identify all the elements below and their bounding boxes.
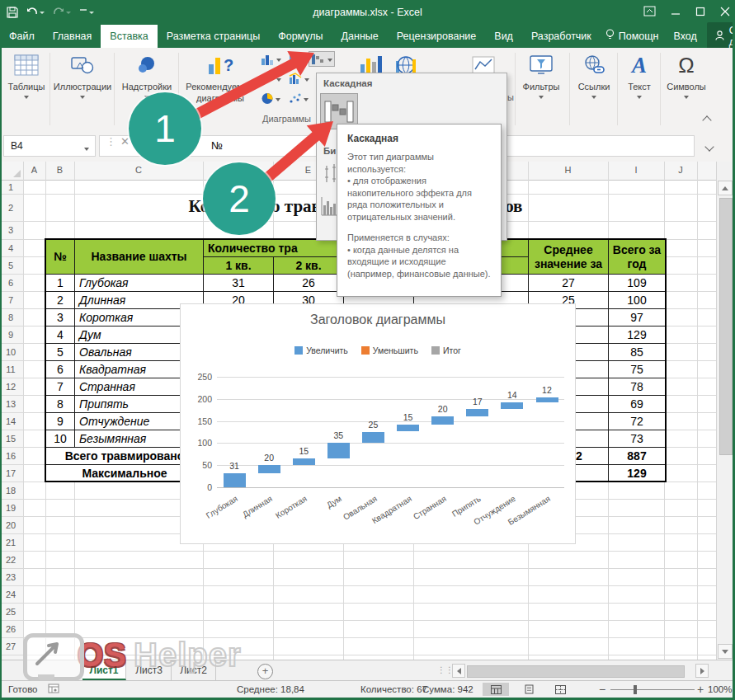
zoom-level[interactable]: 100% (708, 684, 732, 694)
close-button[interactable] (720, 5, 730, 20)
chart-legend[interactable]: УвеличитьУменьшитьИтог (181, 345, 575, 355)
row-header-19[interactable]: 19 (0, 503, 21, 513)
ribbon-tab-0[interactable]: Файл (0, 25, 44, 48)
table-header-num[interactable]: № (45, 239, 75, 275)
row-header-14[interactable]: 14 (0, 416, 21, 426)
addins-button[interactable]: Надстройки (116, 51, 177, 99)
row-header-6[interactable]: 6 (0, 278, 21, 288)
table-cell-n-row10[interactable]: 10 (45, 430, 75, 448)
ribbon-tab-3[interactable]: Разметка страницы (158, 25, 269, 48)
view-normal-button[interactable] (483, 683, 509, 696)
table-header-total[interactable]: Всего загод (608, 239, 666, 275)
zoom-out-button[interactable]: − (599, 683, 605, 696)
table-cell-avg-row1[interactable]: 27 (528, 274, 609, 292)
sign-in-button[interactable]: Вход (669, 25, 702, 48)
waterfall-chart-button[interactable] (309, 51, 335, 67)
table-cell-total-row2[interactable]: 100 (608, 291, 666, 309)
row-header-11[interactable]: 11 (0, 364, 21, 374)
embedded-chart[interactable]: Заголовок диаграммы УвеличитьУменьшитьИт… (180, 303, 576, 544)
chart-title[interactable]: Заголовок диаграммы (181, 312, 575, 327)
waterfall-bar-Овальная[interactable] (362, 432, 384, 443)
symbols-button[interactable]: Ω Символы (663, 51, 709, 99)
column-header-C[interactable]: C (74, 165, 203, 175)
row-header-13[interactable]: 13 (0, 399, 21, 409)
vertical-scrollbar[interactable] (716, 162, 733, 660)
table-cell-n-row9[interactable]: 9 (45, 412, 75, 430)
row-header-7[interactable]: 7 (0, 295, 21, 305)
tables-button[interactable]: Таблицы (5, 51, 48, 99)
add-sheet-button[interactable]: + (257, 664, 273, 679)
row-header-18[interactable]: 18 (0, 486, 21, 496)
scroll-left-icon[interactable] (452, 664, 465, 678)
ribbon-tab-2[interactable]: Вставка (101, 25, 157, 48)
column-header-A[interactable]: A (23, 165, 45, 175)
collapse-ribbon-icon[interactable] (702, 115, 711, 124)
combo-chart-button[interactable] (289, 73, 309, 84)
table-cell-total-row9[interactable]: 72 (608, 412, 666, 430)
row-header-24[interactable]: 24 (0, 590, 21, 599)
view-page-layout-button[interactable] (516, 683, 542, 696)
ribbon-tab-1[interactable]: Главная (44, 25, 101, 48)
waterfall-bar-Короткая[interactable] (293, 458, 315, 465)
table-cell-n-row3[interactable]: 3 (45, 308, 75, 327)
row-header-25[interactable]: 25 (0, 607, 21, 617)
scroll-down-icon[interactable] (718, 644, 733, 659)
text-button[interactable]: A Текст (620, 51, 658, 99)
row-header-27[interactable]: 27 (0, 641, 21, 651)
column-chart-button[interactable] (261, 53, 281, 65)
name-box-caret-icon[interactable] (84, 148, 89, 151)
table-cell-n-row1[interactable]: 1 (45, 274, 75, 292)
row-header-21[interactable]: 21 (0, 538, 21, 547)
scatter-chart-button[interactable] (289, 92, 309, 105)
table-cell-total-row8[interactable]: 69 (608, 395, 666, 413)
ribbon-tab-5[interactable]: Данные (332, 25, 388, 48)
filters-button[interactable]: Фильтры (518, 51, 564, 99)
row-header-15[interactable]: 15 (0, 434, 21, 444)
view-page-break-button[interactable] (547, 683, 573, 696)
row-header-3[interactable]: 3 (0, 225, 21, 235)
zoom-slider-track[interactable] (610, 689, 695, 690)
expand-formula-bar-icon[interactable] (704, 142, 714, 151)
tab-splitter-icon[interactable]: ⋮⋮ (437, 665, 454, 674)
row-header-2[interactable]: 2 (0, 203, 21, 213)
row-header-20[interactable]: 20 (0, 520, 21, 530)
row-header-26[interactable]: 26 (0, 624, 21, 634)
column-header-I[interactable]: I (608, 165, 664, 175)
row-header-5[interactable]: 5 (0, 261, 21, 270)
row-header-9[interactable]: 9 (0, 330, 21, 340)
cancel-formula-icon[interactable]: ✕ (120, 135, 130, 148)
macro-record-icon[interactable] (48, 684, 59, 695)
waterfall-bar-Безымянная[interactable] (536, 397, 558, 402)
table-cell-total-row10[interactable]: 73 (608, 430, 666, 448)
table-cell-n-row4[interactable]: 4 (45, 326, 75, 344)
column-header-H[interactable]: H (528, 165, 608, 175)
recommended-charts-button[interactable]: ? Рекомендуемые диаграммы (183, 51, 257, 105)
row-header-16[interactable]: 16 (0, 451, 21, 461)
table-cell-total-row4[interactable]: 129 (608, 326, 666, 344)
table-header-name[interactable]: Название шахты (74, 239, 204, 275)
ribbon-tab-6[interactable]: Рецензирование (388, 25, 486, 48)
zoom-slider-thumb[interactable] (634, 685, 637, 694)
scroll-up-icon[interactable] (718, 181, 733, 195)
waterfall-bar-Квадратная[interactable] (397, 425, 419, 431)
column-header-J[interactable]: J (664, 165, 697, 175)
links-button[interactable]: Ссылки (572, 51, 615, 99)
waterfall-bar-Глубокая[interactable] (224, 473, 246, 487)
table-cell-name-row1[interactable]: Глубокая (74, 274, 204, 292)
ribbon-tab-4[interactable]: Формулы (269, 25, 332, 48)
waterfall-bar-Припять[interactable] (466, 409, 488, 416)
table-cell-total-row5[interactable]: 85 (608, 343, 666, 361)
waterfall-bar-Дум[interactable] (327, 443, 350, 458)
table-cell-total-row3[interactable]: 97 (608, 308, 666, 327)
histogram-chart-icon[interactable] (320, 195, 338, 220)
row-header-22[interactable]: 22 (0, 555, 21, 565)
horizontal-scroll-thumb[interactable] (467, 665, 685, 678)
table-summary-total[interactable]: 887 (608, 447, 666, 465)
row-header-4[interactable]: 4 (0, 243, 21, 253)
waterfall-bar-Отчуждение[interactable] (501, 402, 523, 409)
hierarchy-chart-button[interactable] (289, 53, 309, 65)
row-header-12[interactable]: 12 (0, 382, 21, 392)
table-summary2-total[interactable]: 129 (608, 464, 666, 482)
table-cell-n-row6[interactable]: 6 (45, 360, 75, 378)
pie-chart-button[interactable] (261, 92, 280, 105)
